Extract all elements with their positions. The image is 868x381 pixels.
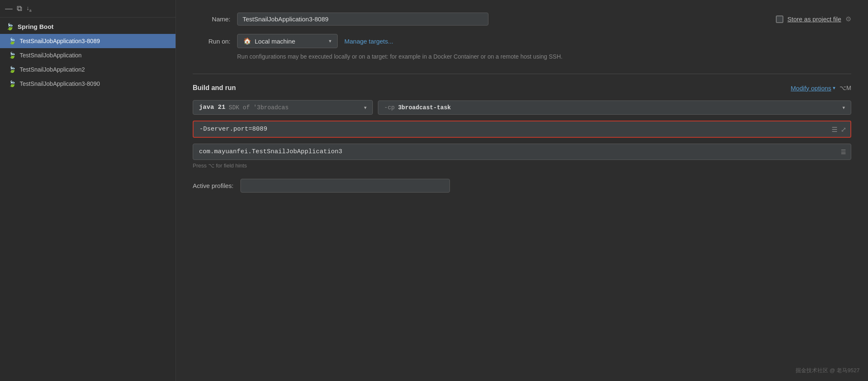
run-description: Run configurations may be executed local… bbox=[237, 52, 572, 61]
spring-icon: 🍃 bbox=[6, 23, 14, 31]
sidebar-item-app3-8090[interactable]: 🍃 TestSnailJobApplication3-8090 bbox=[0, 77, 176, 91]
sidebar-item-label-2: TestSnailJobApplication bbox=[20, 52, 82, 59]
sidebar-item-app[interactable]: 🍃 TestSnailJobApplication bbox=[0, 48, 176, 62]
sidebar-item-label-1: TestSnailJobApplication3-8089 bbox=[20, 38, 100, 44]
build-run-title: Build and run bbox=[193, 84, 236, 92]
name-row: Name: Store as project file ⚙ bbox=[193, 13, 851, 26]
cp-prefix-label: -cp bbox=[384, 104, 395, 111]
sort-icon[interactable]: ↓a bbox=[26, 5, 31, 13]
sidebar-item-app2[interactable]: 🍃 TestSnailJobApplication2 bbox=[0, 62, 176, 77]
sdk-dropdown[interactable]: java 21 SDK of '3broadcas ▾ bbox=[193, 100, 373, 115]
sdk-version-label: java 21 bbox=[199, 104, 225, 111]
run-on-dropdown[interactable]: 🏠 Local machine ▾ bbox=[237, 34, 338, 48]
copy-config-icon[interactable]: ⧉ bbox=[17, 4, 22, 13]
sdk-row: java 21 SDK of '3broadcas ▾ -cp 3broadca… bbox=[193, 100, 851, 115]
sdk-chevron-icon: ▾ bbox=[364, 105, 367, 111]
spring-run-icon-4: 🍃 bbox=[8, 80, 16, 88]
active-profiles-row: Active profiles: bbox=[193, 179, 851, 193]
spring-run-icon-1: 🍃 bbox=[8, 37, 16, 45]
sidebar-item-label-4: TestSnailJobApplication3-8090 bbox=[20, 80, 100, 87]
name-left: Name: bbox=[193, 13, 767, 26]
sdk-suffix-label: SDK of '3broadcas bbox=[229, 104, 289, 111]
sidebar-toolbar: — ⧉ ↓a bbox=[0, 0, 176, 18]
manage-targets-link[interactable]: Manage targets... bbox=[344, 38, 393, 45]
sidebar-item-label-3: TestSnailJobApplication2 bbox=[20, 66, 85, 73]
store-project-checkbox[interactable] bbox=[776, 15, 783, 23]
modify-options-shortcut: ⌥M bbox=[840, 85, 851, 91]
field-hints: Press ⌥ for field hints bbox=[193, 162, 851, 169]
spring-run-icon-2: 🍃 bbox=[8, 51, 16, 59]
main-content: Name: Store as project file ⚙ Run on: 🏠 … bbox=[176, 0, 868, 381]
sidebar-section-title: 🍃 Spring Boot bbox=[0, 18, 176, 34]
sidebar: — ⧉ ↓a 🍃 Spring Boot 🍃 TestSnailJobAppli… bbox=[0, 0, 176, 381]
main-class-input[interactable] bbox=[193, 144, 851, 160]
run-on-label: Run on: bbox=[193, 38, 230, 45]
build-run-header: Build and run Modify options ▾ ⌥M bbox=[193, 84, 851, 92]
name-label: Name: bbox=[193, 15, 230, 23]
active-profiles-label: Active profiles: bbox=[193, 182, 234, 189]
list-icon[interactable]: ☰ bbox=[832, 125, 837, 133]
modify-options-chevron-icon: ▾ bbox=[833, 85, 835, 91]
browse-icon[interactable]: ☰ bbox=[841, 149, 846, 155]
spring-run-icon-3: 🍃 bbox=[8, 66, 16, 73]
modify-options-button[interactable]: Modify options bbox=[791, 85, 832, 92]
expand-icon[interactable]: ⤢ bbox=[841, 125, 846, 133]
cp-chevron-icon: ▾ bbox=[842, 105, 845, 111]
main-class-icons: ☰ bbox=[841, 149, 846, 155]
store-project-section: Store as project file ⚙ bbox=[776, 15, 851, 23]
cp-value-label: 3broadcast-task bbox=[398, 104, 451, 111]
vm-options-row: ☰ ⤢ bbox=[193, 121, 851, 138]
active-profiles-input[interactable] bbox=[240, 179, 450, 193]
vm-options-input[interactable] bbox=[193, 121, 851, 138]
run-on-value: Local machine bbox=[255, 38, 295, 45]
chevron-down-icon: ▾ bbox=[329, 38, 331, 44]
sidebar-section-label: Spring Boot bbox=[18, 23, 54, 30]
modify-options-section: Modify options ▾ ⌥M bbox=[791, 85, 851, 92]
vm-options-icons: ☰ ⤢ bbox=[832, 125, 846, 133]
cp-dropdown[interactable]: -cp 3broadcast-task ▾ bbox=[378, 100, 851, 115]
store-project-label: Store as project file bbox=[788, 15, 841, 23]
watermark: 掘金技术社区 @ 老马9527 bbox=[796, 367, 860, 374]
name-input[interactable] bbox=[237, 13, 488, 26]
main-class-row: ☰ bbox=[193, 144, 851, 160]
minimize-icon[interactable]: — bbox=[5, 4, 13, 13]
gear-icon[interactable]: ⚙ bbox=[845, 15, 851, 23]
run-on-row: Run on: 🏠 Local machine ▾ Manage targets… bbox=[193, 34, 851, 48]
sidebar-item-app3-8089[interactable]: 🍃 TestSnailJobApplication3-8089 bbox=[0, 34, 176, 48]
section-divider bbox=[193, 74, 851, 74]
home-icon: 🏠 bbox=[243, 37, 251, 45]
